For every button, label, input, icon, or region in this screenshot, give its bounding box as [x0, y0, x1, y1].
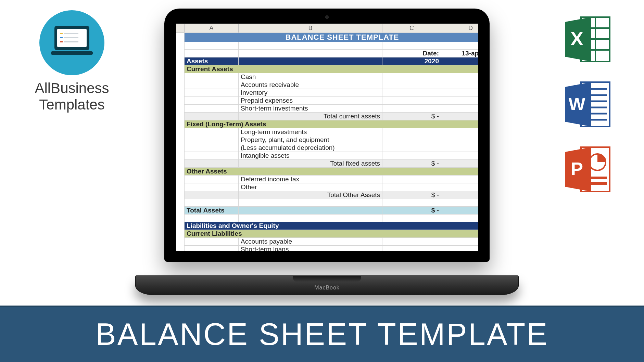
camera-icon	[325, 15, 329, 19]
bottom-banner: BALANCE SHEET TEMPLATE	[0, 306, 644, 362]
line-item: Accounts receivable	[239, 81, 382, 89]
laptop-base: MacBook	[135, 275, 519, 295]
total-c: $ -	[382, 191, 441, 199]
brand-block: AllBusiness Templates	[31, 10, 113, 113]
column-headers: A B C D	[176, 24, 478, 33]
col-header-c[interactable]: C	[382, 24, 441, 33]
total-label: Total fixed assets	[239, 160, 382, 168]
banner-title: BALANCE SHEET TEMPLATE	[96, 317, 548, 352]
total-label: Total Other Assets	[239, 191, 382, 199]
select-all-cell[interactable]	[176, 24, 185, 33]
line-item: Deferred income tax	[239, 176, 382, 183]
sheet-title: BALANCE SHEET TEMPLATE	[185, 33, 478, 42]
laptop-screen-frame: A B C D BALANCE SHEET TEMPLATE Date:13-a…	[164, 9, 490, 262]
line-item: Inventory	[239, 89, 382, 97]
laptop-mockup: A B C D BALANCE SHEET TEMPLATE Date:13-a…	[135, 9, 519, 303]
date-label: Date:	[382, 50, 441, 57]
total-d: $ -	[441, 191, 478, 199]
excel-letter: X	[570, 28, 583, 49]
svg-rect-6	[60, 41, 63, 42]
total-assets-label: Total Assets	[185, 207, 239, 215]
svg-rect-4	[60, 37, 63, 38]
line-item: Cash	[239, 73, 382, 81]
total-assets-d: $ -	[441, 207, 478, 215]
line-item: Short-term investments	[239, 105, 382, 113]
brand-line1: AllBusiness	[35, 80, 109, 96]
col-header-d[interactable]: D	[441, 24, 478, 33]
total-d: $ -	[441, 113, 478, 120]
brand-logo-icon	[39, 10, 104, 75]
year-1: 2020	[382, 57, 441, 65]
spreadsheet-viewport: A B C D BALANCE SHEET TEMPLATE Date:13-a…	[176, 24, 478, 251]
line-item: Other	[239, 183, 382, 191]
total-label: Total current assets	[239, 113, 382, 120]
svg-rect-3	[64, 33, 78, 34]
line-item: Long-term investments	[239, 128, 382, 136]
line-item: (Less accumulated depreciation)	[239, 144, 382, 152]
col-header-b[interactable]: B	[239, 24, 382, 33]
spreadsheet-grid[interactable]: BALANCE SHEET TEMPLATE Date:13-apr-2021 …	[184, 33, 478, 251]
line-item: Short-term loans	[239, 246, 382, 251]
word-icon: W	[562, 79, 613, 130]
ppt-letter: P	[571, 158, 583, 179]
col-header-a[interactable]: A	[185, 24, 239, 33]
liabilities-header: Liabilities and Owner's Equity	[185, 222, 478, 230]
svg-rect-5	[64, 37, 78, 38]
total-c: $ -	[382, 160, 441, 168]
section-other-assets: Other Assets	[185, 168, 478, 176]
powerpoint-icon: P	[562, 144, 613, 195]
section-fixed-assets: Fixed (Long-Term) Assets	[185, 120, 478, 128]
total-d: $ -	[441, 160, 478, 168]
svg-rect-8	[51, 51, 93, 55]
line-item: Intangible assets	[239, 152, 382, 160]
total-c: $ -	[382, 113, 441, 120]
brand-text: AllBusiness Templates	[31, 80, 113, 113]
line-item: Prepaid expenses	[239, 97, 382, 105]
year-2: 2019	[441, 57, 478, 65]
total-assets-c: $ -	[382, 207, 441, 215]
svg-rect-7	[64, 41, 78, 42]
brand-line2: Templates	[39, 96, 104, 113]
section-current-liabilities: Current Liabilities	[185, 230, 478, 238]
line-item: Accounts payable	[239, 238, 382, 246]
laptop-brand-label: MacBook	[314, 285, 340, 291]
date-value: 13-apr-2021	[441, 50, 478, 57]
app-icons-column: X W P	[558, 14, 617, 195]
svg-rect-2	[60, 33, 63, 34]
line-item: Property, plant, and equipment	[239, 136, 382, 144]
assets-header: Assets	[185, 57, 239, 65]
section-current-assets: Current Assets	[185, 65, 478, 73]
excel-icon: X	[562, 14, 613, 65]
word-letter: W	[568, 94, 585, 114]
